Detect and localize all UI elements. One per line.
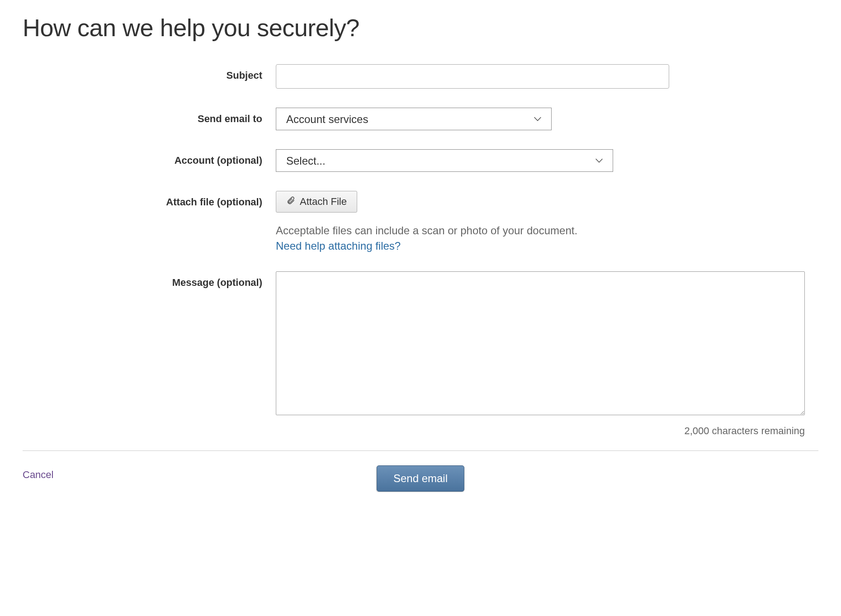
send-to-label: Send email to xyxy=(23,108,276,125)
account-label: Account (optional) xyxy=(23,149,276,166)
attach-file-button[interactable]: Attach File xyxy=(276,191,357,213)
send-to-select[interactable]: Account services xyxy=(276,108,552,130)
attach-label: Attach file (optional) xyxy=(23,191,276,208)
account-row: Account (optional) Select... xyxy=(23,149,818,172)
subject-input[interactable] xyxy=(276,64,669,89)
subject-label: Subject xyxy=(23,64,276,81)
paperclip-icon xyxy=(286,195,295,208)
attach-hint: Acceptable files can include a scan or p… xyxy=(276,224,818,237)
attach-row: Attach file (optional) Attach File Accep… xyxy=(23,191,818,252)
subject-row: Subject xyxy=(23,64,818,89)
secure-message-form: How can we help you securely? Subject Se… xyxy=(23,14,818,481)
footer-actions: Cancel Send email xyxy=(23,451,818,481)
message-row: Message (optional) 2,000 characters rema… xyxy=(23,271,818,437)
message-label: Message (optional) xyxy=(23,271,276,289)
send-to-row: Send email to Account services xyxy=(23,108,818,130)
cancel-link[interactable]: Cancel xyxy=(23,469,53,481)
message-textarea[interactable] xyxy=(276,271,805,415)
page-title: How can we help you securely? xyxy=(23,14,818,42)
attach-help-link[interactable]: Need help attaching files? xyxy=(276,240,401,252)
char-counter: 2,000 characters remaining xyxy=(276,425,805,437)
send-email-button[interactable]: Send email xyxy=(377,465,464,492)
attach-button-label: Attach File xyxy=(300,196,347,208)
account-select[interactable]: Select... xyxy=(276,149,613,172)
